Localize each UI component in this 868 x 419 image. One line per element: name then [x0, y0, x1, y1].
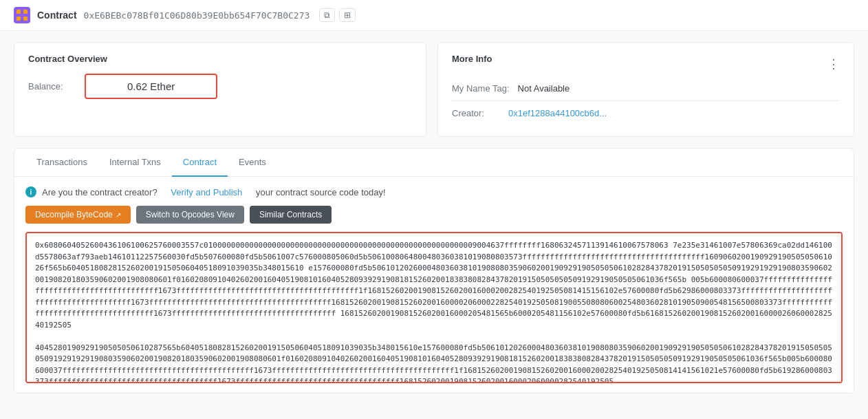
balance-label: Balance: [28, 81, 76, 92]
top-bar: Contract 0xE6BEBc078Bf01C06D80b39E0bb654… [0, 0, 868, 31]
bytecode-box: 0x6080604052600436106100625760003557c010… [25, 232, 843, 383]
creator-link[interactable]: 0x1ef1288a44100cb6d... [508, 108, 607, 118]
page-title: Contract [37, 10, 77, 21]
balance-value: 0.62 Ether [85, 74, 217, 99]
creator-label: Creator: [452, 108, 500, 118]
tab-transactions[interactable]: Transactions [25, 149, 98, 177]
tabs-bar: Transactions Internal Txns Contract Even… [14, 149, 854, 177]
external-link-icon: ↗ [116, 211, 121, 219]
copy-icon: ⧉ [324, 10, 330, 20]
right-panel-header: More Info ⋮ [452, 54, 840, 74]
notice-bar: i Are you the contract creator? Verify a… [25, 186, 843, 197]
bytecode-content: 0x6080604052600436106100625760003557c010… [35, 241, 832, 330]
right-panel: More Info ⋮ My Name Tag: Not Available C… [437, 42, 854, 137]
grid-button[interactable]: ⊞ [339, 8, 356, 22]
tab-events[interactable]: Events [228, 149, 277, 177]
svg-rect-1 [17, 10, 21, 14]
contract-icon [14, 7, 30, 23]
top-bar-actions: ⧉ ⊞ [319, 8, 356, 22]
tabs-section: Transactions Internal Txns Contract Even… [14, 148, 854, 394]
notice-text: Are you the contract creator? [42, 187, 158, 197]
more-info-menu[interactable]: ⋮ [827, 56, 840, 72]
main-content: Contract Overview Balance: 0.62 Ether Mo… [0, 31, 868, 405]
info-icon: i [25, 186, 36, 197]
svg-rect-4 [23, 17, 28, 21]
more-info-title: More Info [452, 54, 492, 64]
tabs-body: i Are you the contract creator? Verify a… [14, 177, 854, 393]
contract-overview-title: Contract Overview [28, 54, 412, 64]
name-tag-row: My Name Tag: Not Available [452, 83, 840, 94]
svg-rect-0 [14, 7, 30, 23]
similar-contracts-button[interactable]: Similar Contracts [250, 206, 332, 224]
contract-address: 0xE6BEBc078Bf01C06D80b39E0bb654F70C7B0C2… [84, 10, 310, 21]
decompile-label: Decompile ByteCode [35, 210, 113, 219]
name-tag-value: Not Available [518, 83, 570, 94]
verify-link[interactable]: Verify and Publish [171, 187, 242, 197]
svg-rect-2 [23, 10, 28, 14]
name-tag-label: My Name Tag: [452, 83, 510, 94]
top-panels: Contract Overview Balance: 0.62 Ether Mo… [14, 42, 854, 137]
tab-contract[interactable]: Contract [172, 149, 228, 177]
svg-rect-3 [17, 17, 21, 21]
decompile-button[interactable]: Decompile ByteCode ↗ [25, 206, 131, 224]
copy-button[interactable]: ⧉ [319, 8, 335, 22]
opcodes-button[interactable]: Switch to Opcodes View [136, 206, 244, 224]
grid-icon: ⊞ [344, 10, 351, 20]
action-buttons: Decompile ByteCode ↗ Switch to Opcodes V… [25, 206, 843, 224]
left-panel: Contract Overview Balance: 0.62 Ether [14, 42, 426, 137]
tab-internal-txns[interactable]: Internal Txns [98, 149, 172, 177]
balance-row: Balance: 0.62 Ether [28, 74, 412, 99]
divider [452, 100, 840, 101]
creator-row: Creator: 0x1ef1288a44100cb6d... [452, 108, 840, 118]
notice-suffix: your contract source code today! [256, 187, 386, 197]
